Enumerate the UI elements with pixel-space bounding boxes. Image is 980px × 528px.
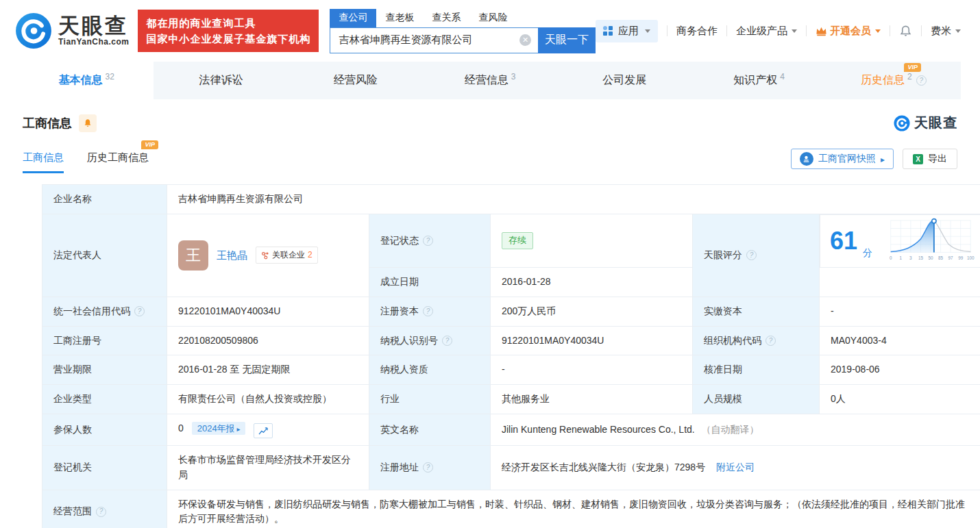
table-row: 登记机关 长春市市场监督管理局经济技术开发区分局 注册地址 经济开发区长吉北线兴…: [42, 446, 980, 490]
apps-grid-icon: [603, 26, 613, 36]
address-value: 经济开发区长吉北线兴隆大街（安龙泉）7298号: [502, 462, 705, 473]
tab-count: 2: [907, 72, 912, 81]
crown-icon: [816, 26, 827, 36]
help-icon[interactable]: [746, 250, 757, 260]
help-icon[interactable]: [442, 336, 452, 346]
tab-legal-litigation[interactable]: 法律诉讼: [154, 62, 288, 99]
tab-count: 32: [105, 72, 114, 81]
svg-text:50: 50: [928, 255, 933, 260]
search-tab-risk[interactable]: 查风险: [469, 9, 516, 27]
search-area: 查公司 查老板 查关系 查风险 天眼一下: [330, 9, 596, 53]
score-unit: 分: [863, 246, 872, 261]
nav-open-vip-label: 开通会员: [830, 25, 871, 38]
search-tab-company[interactable]: 查公司: [330, 9, 376, 27]
score-value: 61: [830, 229, 857, 253]
reg-status-label: 登记状态: [369, 214, 491, 268]
top-nav: 应用 商务合作 企业级产品 开通会员 费米: [596, 20, 961, 42]
help-icon[interactable]: [765, 336, 776, 346]
legal-rep-label: 法定代表人: [42, 214, 167, 297]
business-info-table: 企业名称 吉林省坤腾再生资源有限公司 法定代表人 王 王艳晶 关联: [42, 184, 980, 528]
score-chart: 0131550859799100: [887, 218, 975, 264]
export-label: 导出: [928, 153, 947, 165]
tab-label: 历史信息: [861, 74, 905, 86]
nav-enterprise-label: 企业级产品: [736, 25, 787, 38]
nav-enterprise[interactable]: 企业级产品: [736, 25, 797, 38]
subtab-business-info[interactable]: 工商信息: [23, 151, 64, 173]
bell-icon: [83, 118, 93, 128]
related-companies-badge[interactable]: 关联企业 2: [256, 247, 318, 264]
staff-size-label: 人员规模: [693, 384, 820, 414]
table-row: 统一社会信用代码 91220101MA0Y40034U 注册资本 200万人民币…: [42, 297, 980, 326]
company-type-value: 有限责任公司（自然人投资或控股）: [167, 384, 369, 414]
official-snapshot-button[interactable]: 工商官网快照: [791, 149, 894, 169]
brand-domain: TianYanCha.com: [58, 37, 129, 47]
svg-text:15: 15: [918, 255, 923, 260]
annual-report-badge[interactable]: 2024年报: [192, 422, 246, 435]
divider: [890, 25, 890, 36]
vip-badge: VIP: [904, 63, 921, 72]
help-icon[interactable]: [96, 507, 106, 517]
help-icon[interactable]: [423, 462, 433, 473]
trend-chart-icon: [258, 427, 269, 435]
business-term-value: 2016-01-28 至 无固定期限: [167, 355, 369, 385]
nearby-companies-link[interactable]: 附近公司: [716, 462, 755, 473]
divider: [921, 25, 922, 36]
reg-number-label: 工商注册号: [42, 326, 167, 355]
search-tabs: 查公司 查老板 查关系 查风险: [330, 9, 596, 27]
score-marker-dot: [931, 218, 935, 223]
taxpayer-quality-value: -: [491, 355, 693, 385]
business-scope-label: 经营范围: [42, 490, 167, 528]
taxpayer-id-label: 纳税人识别号: [369, 326, 491, 355]
org-code-value: MA0Y4003-4: [820, 326, 980, 355]
help-icon[interactable]: [423, 236, 433, 246]
export-button[interactable]: 导出: [903, 149, 957, 169]
table-row: 营业期限 2016-01-28 至 无固定期限 纳税人资质 - 核准日期 201…: [42, 355, 980, 385]
table-row: 经营范围 环保设备研发与销售，废旧纺织品研发与销售，防寒大棚被加工与销售，时装、…: [42, 490, 980, 528]
search-input[interactable]: [330, 34, 519, 46]
subtab-history-business-info[interactable]: 历史工商信息 VIP: [87, 151, 149, 173]
nav-open-vip[interactable]: 开通会员: [816, 25, 881, 38]
divider: [726, 25, 727, 36]
logo-swirl-icon: [894, 115, 910, 131]
monitor-bell-button[interactable]: [79, 114, 97, 132]
nav-user-menu[interactable]: 费米: [931, 25, 961, 38]
network-icon: [261, 251, 269, 260]
search-tab-relation[interactable]: 查关系: [423, 9, 469, 27]
legal-rep-name-link[interactable]: 王艳晶: [217, 247, 247, 263]
notification-bell-icon[interactable]: [899, 25, 912, 38]
svg-text:3: 3: [909, 255, 912, 260]
search-button[interactable]: 天眼一下: [538, 27, 596, 53]
legal-rep-avatar[interactable]: 王: [178, 240, 208, 271]
clear-search-icon[interactable]: [519, 34, 531, 46]
table-row: 参保人数 0 2024年报 英文名称 Jilin Kunteng Renewab…: [42, 414, 980, 446]
tab-label: 基本信息: [58, 73, 102, 88]
tab-intellectual-property[interactable]: 知识产权 4: [691, 62, 826, 99]
chevron-down-icon: [792, 29, 797, 33]
status-badge: 存续: [502, 232, 533, 249]
tianyancha-logo[interactable]: 天眼查 TianYanCha.com: [15, 12, 129, 49]
registered-capital-label: 注册资本: [369, 297, 491, 326]
chevron-down-icon: [645, 29, 650, 33]
tab-operation-risk[interactable]: 经营风险: [289, 62, 423, 99]
excel-icon: [913, 154, 923, 164]
tab-company-development[interactable]: 公司发展: [557, 62, 691, 99]
search-tab-boss[interactable]: 查老板: [376, 9, 423, 27]
tab-operation-info[interactable]: 经营信息 3: [423, 62, 557, 99]
subtab-label: 历史工商信息: [87, 151, 149, 163]
trend-chart-button[interactable]: [254, 423, 273, 438]
industry-label: 行业: [369, 384, 491, 414]
banner-line2: 国家中小企业发展子基金旗下机构: [146, 31, 310, 47]
tab-basic-info[interactable]: 基本信息 32: [19, 62, 154, 99]
nav-apps[interactable]: 应用: [596, 20, 658, 42]
svg-text:85: 85: [938, 255, 944, 260]
establish-date-value: 2016-01-28: [491, 268, 693, 297]
help-icon[interactable]: [423, 306, 433, 316]
help-icon[interactable]: [916, 75, 927, 86]
table-row: 法定代表人 王 王艳晶 关联企业 2: [42, 214, 980, 268]
svg-text:99: 99: [958, 255, 964, 260]
english-name-label: 英文名称: [369, 414, 491, 446]
insured-label: 参保人数: [42, 414, 167, 446]
tab-history-info[interactable]: 历史信息 VIP 2: [826, 62, 961, 99]
help-icon[interactable]: [134, 306, 145, 316]
nav-cooperation[interactable]: 商务合作: [676, 25, 718, 38]
